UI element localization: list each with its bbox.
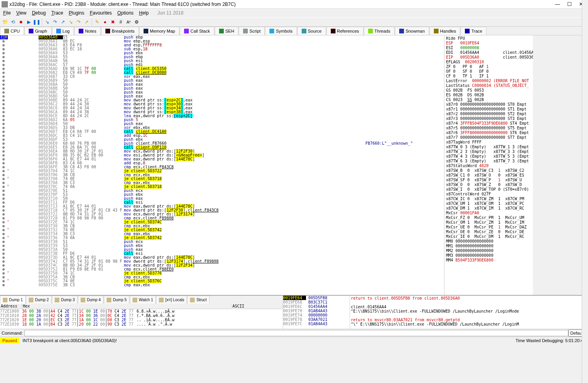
register-line[interactable]: EFLAGS 00200310 [446, 60, 531, 64]
register-line[interactable]: ZF 0 PF 0 AF 1 [446, 64, 531, 69]
run-icon[interactable]: ▶ [25, 18, 32, 26]
tab-graph[interactable]: Graph [24, 27, 52, 35]
register-line[interactable]: x87ControlWord 027F [446, 192, 531, 197]
tab-breakpoints[interactable]: Breakpoints [101, 27, 139, 35]
functions-icon[interactable]: Aᴬ [125, 18, 132, 26]
register-line[interactable]: ESI 00000008 [446, 46, 531, 50]
menu-help[interactable]: Help [139, 10, 149, 16]
menu-favourites[interactable]: Favourites [90, 10, 112, 16]
register-line[interactable]: x87TW_6 3 (Empty) x87TW_7 3 (Empt [446, 159, 531, 164]
menu-plugins[interactable]: Plugins [69, 10, 84, 16]
register-line[interactable]: MxCsr_FZ 0 MxCsr_PM 1 MxCsr_UM [446, 215, 531, 220]
menu-trace[interactable]: Trace [52, 10, 63, 16]
register-line[interactable]: x87SW_SF 0 x87SW_P 1 x87SW_U [446, 178, 531, 182]
tab-cpu[interactable]: CPU [0, 27, 24, 35]
disasm-line[interactable]: ●005D375E3B C3cmp eax,ebx [0, 283, 444, 287]
register-line[interactable]: x87SW_C1 0 x87SW_O 0 x87SW_ES [446, 173, 531, 178]
register-line[interactable]: x87TagWord FFFF [446, 140, 531, 145]
trace-into-icon[interactable]: ↘ [67, 18, 74, 26]
register-line[interactable]: LastStatus C0000034 (STATUS_OBJECT_ [446, 83, 531, 88]
register-line[interactable]: x87r1 0000000000000000000 ST1 Empt [446, 107, 531, 112]
settings-icon[interactable]: ⚙ [133, 18, 140, 26]
tab-trace[interactable]: Trace [461, 27, 487, 35]
dump-row[interactable]: 772E100036 00 38 00|A4 C4 2E 77|1C 00 1E… [0, 309, 283, 313]
register-line[interactable]: MM1 0000000000000000 [446, 244, 531, 249]
register-line[interactable]: ESP 0019FE64 [446, 41, 531, 46]
register-line[interactable]: x87SW_I 0 x87SW_TOP 0 (ST0=x87r0) [446, 187, 531, 192]
disasm-scrollbar[interactable] [582, 0, 588, 383]
restart-icon[interactable]: ⟲ [9, 18, 17, 26]
register-line[interactable]: GS 002B FS 0053 [446, 88, 531, 93]
dump-tab-dump-5[interactable]: Dump 5 [104, 296, 129, 304]
register-line[interactable]: OF 0 SF 0 DF 0 [446, 69, 531, 74]
dump-col-address[interactable]: Address [0, 304, 22, 309]
pause-icon[interactable]: ❚❚ [33, 18, 40, 26]
step-over-icon[interactable]: ↷ [52, 18, 59, 26]
labels-icon[interactable]: ✖ [109, 18, 116, 26]
tab-log[interactable]: Log [52, 27, 74, 35]
register-line[interactable]: MM2 0000000000000000 [446, 249, 531, 253]
tab-threads[interactable]: Threads [364, 27, 394, 35]
register-line[interactable]: LastError 00000002 (ERROR_FILE_NOT [446, 79, 531, 83]
menu-debug[interactable]: Debug [32, 10, 46, 16]
register-line[interactable]: x87r5 0000000000000000000 ST5 Empt [446, 126, 531, 131]
register-line[interactable]: EDI 01456AA4 client.01456AA4 [446, 50, 531, 55]
dump-grid[interactable]: Address Hex ASCII 772E100036 00 38 00|A4… [0, 304, 283, 329]
tab-memory-map[interactable]: Memory Map [139, 27, 179, 35]
stack-row[interactable]: 0019FE68 B03C37C1 [283, 300, 350, 304]
register-line[interactable]: x87r0 0000000000000000000 ST0 Empt [446, 102, 531, 107]
dump-tab-dump-2[interactable]: Dump 2 [26, 296, 52, 304]
register-line[interactable]: CS 0023 SS 002B [446, 98, 531, 102]
minimize-button[interactable]: — [555, 1, 560, 7]
disassembly-view[interactable]: EIP ●005D36A055push ebp●005D36A18B ECmov… [0, 35, 444, 295]
register-line[interactable]: EIP 005D36A0 client.005D36A0 [446, 55, 531, 60]
open-icon[interactable]: 📁 [2, 18, 9, 26]
dump-tab--x-locals[interactable]: [x=] Locals [156, 296, 187, 304]
register-line[interactable]: x87CW_UM 1 x87CW_OM 1 x87CW_PC [446, 201, 531, 206]
dump-tab-dump-1[interactable]: Dump 1 [0, 296, 26, 304]
run-to-icon[interactable]: ↗ [83, 18, 90, 26]
register-line[interactable]: x87r4 3FFFB504F333F9DE6800 ST4 Empt [446, 121, 531, 126]
tab-symbols[interactable]: Symbols [265, 27, 297, 35]
register-line[interactable]: MM4 B504F333F9DE6800 [446, 258, 531, 263]
step-out-icon[interactable]: ↗ [59, 18, 66, 26]
register-line[interactable]: CF 0 TF 1 IF 1 [446, 74, 531, 79]
trace-over-icon[interactable]: ↷ [75, 18, 82, 26]
breakpoint-dot[interactable]: ● [0, 283, 7, 287]
register-line[interactable]: x87TW_4 3 (Empty) x87TW_5 3 (Empt [446, 154, 531, 159]
dump-row[interactable]: 772E10201E 00 20 00|EC C3 2E 77|1A 00 1C… [0, 318, 283, 322]
register-line[interactable]: MxCsr_OE 0 MxCsr_ZE 0 MxCsr_DE [446, 230, 531, 234]
register-line[interactable]: MxCsr_UE 0 MxCsr_PE 1 MxCsr_DAZ [446, 225, 531, 230]
hide-fpu-link[interactable]: Hide FPU [446, 36, 531, 41]
bookmarks-icon[interactable]: # [117, 18, 124, 26]
dump-row[interactable]: 772E101028 00 2A 00|42 C4 2E 77|34 00 36… [0, 313, 283, 318]
register-line[interactable]: x87r2 0000000000000000000 ST2 Empt [446, 112, 531, 116]
dump-tab-struct[interactable]: Struct [187, 296, 209, 304]
tab-seh[interactable]: SEH [215, 27, 239, 35]
tab-notes[interactable]: Notes [74, 27, 101, 35]
dump-tab-dump-3[interactable]: Dump 3 [52, 296, 77, 304]
step-into-icon[interactable]: ↘ [44, 18, 51, 26]
stack-row[interactable]: 0019FE7C 01AB4A43 [283, 322, 350, 326]
register-line[interactable]: MM0 0000000000000000 [446, 239, 531, 244]
dump-col-ascii[interactable]: ASCII [232, 304, 283, 309]
menu-options[interactable]: Options [117, 10, 133, 16]
register-line[interactable]: MxCsr 00001FA0 [446, 211, 531, 215]
info-panel[interactable]: return to client.005D5FB8 from client.00… [350, 296, 588, 329]
register-line[interactable]: x87r7 0000000000000000000 ST7 Empt [446, 135, 531, 140]
register-line[interactable]: MM3 0000000000000000 [446, 253, 531, 258]
tab-source[interactable]: Source [297, 27, 326, 35]
command-input[interactable] [24, 330, 568, 336]
stack-row[interactable]: 0019FE74 00000000 [283, 313, 350, 317]
dump-tab-watch-1[interactable]: Watch 1 [130, 296, 156, 304]
patches-icon[interactable]: ✎ [94, 18, 101, 26]
register-line[interactable]: x87CW_IC 0 x87CW_ZM 1 x87CW_PM [446, 197, 531, 201]
register-line[interactable]: x87SW_O 0 x87SW_Z 0 x87SW_D [446, 182, 531, 187]
register-line[interactable]: x87StatusWord 4020 [446, 164, 531, 168]
dump-row[interactable]: 772E103018 00 1A 00|B4 C3 2E 77|20 00 22… [0, 322, 283, 326]
stop-icon[interactable]: ■ [17, 18, 24, 26]
register-line[interactable]: x87TW_0 3 (Empty) x87TW_1 3 (Empt [446, 145, 531, 149]
dump-tab-dump-4[interactable]: Dump 4 [78, 296, 103, 304]
menu-file[interactable]: File [3, 10, 11, 16]
comments-icon[interactable]: ● [101, 18, 109, 26]
